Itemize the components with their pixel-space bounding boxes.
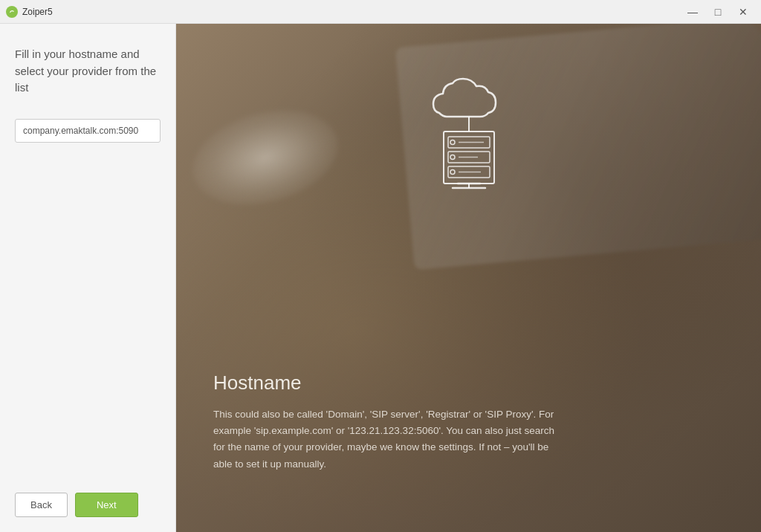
instruction-text: Fill in your hostname and select your pr… xyxy=(15,46,161,97)
spacer xyxy=(15,143,161,493)
svg-point-0 xyxy=(8,7,16,16)
svg-point-4 xyxy=(450,140,455,145)
back-button[interactable]: Back xyxy=(15,493,68,517)
hostname-title: Hostname xyxy=(213,372,731,395)
main-container: Fill in your hostname and select your pr… xyxy=(0,24,761,532)
button-row: Back Next xyxy=(15,493,161,517)
right-panel: Hostname This could also be called 'Doma… xyxy=(176,24,761,532)
left-panel: Fill in your hostname and select your pr… xyxy=(0,24,176,532)
content-area: Hostname This could also be called 'Doma… xyxy=(213,372,731,473)
titlebar-left: Zoiper5 xyxy=(6,6,53,18)
svg-point-10 xyxy=(450,170,455,175)
close-button[interactable]: ✕ xyxy=(731,1,755,22)
titlebar: Zoiper5 — □ ✕ xyxy=(0,0,761,24)
maximize-button[interactable]: □ xyxy=(706,1,730,22)
hostname-description: This could also be called 'Domain', 'SIP… xyxy=(213,406,555,473)
svg-point-7 xyxy=(450,155,455,160)
icon-area xyxy=(395,46,543,195)
next-button[interactable]: Next xyxy=(75,493,138,517)
hostname-input[interactable] xyxy=(15,119,161,143)
minimize-button[interactable]: — xyxy=(681,1,705,22)
app-icon xyxy=(6,6,18,18)
server-cloud-icon xyxy=(402,46,536,195)
titlebar-controls: — □ ✕ xyxy=(681,1,755,22)
app-title: Zoiper5 xyxy=(22,7,53,17)
